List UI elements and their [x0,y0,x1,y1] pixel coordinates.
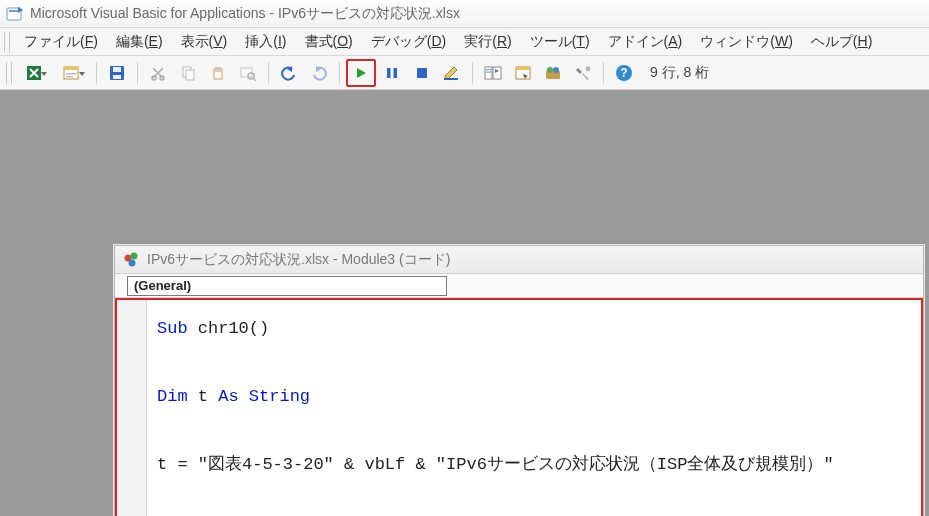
code-window: IPv6サービスの対応状況.xlsx - Module3 (コード) (Gene… [114,245,924,516]
svg-rect-27 [486,71,491,72]
view-excel-button[interactable] [16,60,52,86]
code-window-title: IPv6サービスの対応状況.xlsx - Module3 (コード) [147,251,450,269]
toolbar-separator [339,62,340,84]
properties-window-button[interactable] [509,60,537,86]
menu-addins[interactable]: アドイン(A) [600,29,691,55]
menu-tools[interactable]: ツール(T) [522,29,598,55]
svg-rect-6 [66,76,73,78]
design-mode-button[interactable] [438,60,466,86]
svg-point-32 [553,67,559,73]
svg-rect-4 [64,67,78,70]
svg-rect-29 [516,67,530,70]
code-window-titlebar[interactable]: IPv6サービスの対応状況.xlsx - Module3 (コード) [115,246,923,274]
window-title: Microsoft Visual Basic for Applications … [30,5,460,23]
svg-point-37 [131,252,138,259]
menu-insert[interactable]: 挿入(I) [237,29,294,55]
toolbar-separator [268,62,269,84]
svg-point-38 [129,259,136,266]
toolbox-button[interactable] [569,60,597,86]
svg-rect-20 [387,68,391,78]
menu-edit[interactable]: 編集(E) [108,29,171,55]
menubar-grip[interactable] [4,32,10,52]
svg-rect-5 [66,73,76,75]
menu-bar: ファイル(F) 編集(E) 表示(V) 挿入(I) 書式(O) デバッグ(D) … [0,28,929,56]
svg-rect-21 [394,68,398,78]
reset-button[interactable] [408,60,436,86]
svg-rect-1 [9,10,19,12]
save-button[interactable] [103,60,131,86]
menu-view[interactable]: 表示(V) [173,29,236,55]
svg-rect-24 [485,67,492,79]
mdi-area: IPv6サービスの対応状況.xlsx - Module3 (コード) (Gene… [0,90,929,516]
project-explorer-button[interactable] [479,60,507,86]
svg-rect-23 [444,78,458,80]
menu-window[interactable]: ウィンドウ(W) [692,29,801,55]
cut-button[interactable] [144,60,172,86]
undo-button[interactable] [275,60,303,86]
toolbar-grip[interactable] [6,62,12,84]
object-combo-value: (General) [134,278,191,293]
code-margin [117,300,147,516]
svg-rect-8 [113,67,121,72]
cursor-position: 9 行, 8 桁 [650,64,709,82]
menu-format[interactable]: 書式(O) [297,29,361,55]
svg-rect-15 [215,67,221,70]
svg-rect-13 [186,70,194,80]
code-text[interactable]: Sub chr10() Dim t As String t = "図表4-5-3… [117,300,921,516]
toolbar-separator [96,62,97,84]
menu-debug[interactable]: デバッグ(D) [363,29,454,55]
object-browser-button[interactable] [539,60,567,86]
svg-line-19 [253,78,256,81]
svg-rect-16 [215,72,221,78]
find-button[interactable] [234,60,262,86]
help-button[interactable]: ? [610,60,638,86]
svg-point-33 [586,66,591,71]
copy-button[interactable] [174,60,202,86]
toolbar-separator [603,62,604,84]
toolbar-separator [137,62,138,84]
svg-rect-22 [417,68,427,78]
toolbar: ? 9 行, 8 桁 [0,56,929,90]
insert-module-button[interactable] [54,60,90,86]
menu-help[interactable]: ヘルプ(H) [803,29,880,55]
module-icon [123,251,141,269]
app-icon [6,5,24,23]
toolbar-separator [472,62,473,84]
paste-button[interactable] [204,60,232,86]
run-button[interactable] [346,59,376,87]
menu-file[interactable]: ファイル(F) [16,29,106,55]
object-combo[interactable]: (General) [127,276,447,296]
break-button[interactable] [378,60,406,86]
svg-text:?: ? [620,66,627,80]
title-bar: Microsoft Visual Basic for Applications … [0,0,929,28]
code-object-bar: (General) [115,274,923,298]
svg-rect-25 [493,67,501,79]
code-editor[interactable]: Sub chr10() Dim t As String t = "図表4-5-3… [115,298,923,516]
svg-point-31 [547,67,553,73]
svg-rect-9 [113,75,121,79]
menu-run[interactable]: 実行(R) [456,29,519,55]
redo-button[interactable] [305,60,333,86]
svg-rect-26 [486,69,491,70]
